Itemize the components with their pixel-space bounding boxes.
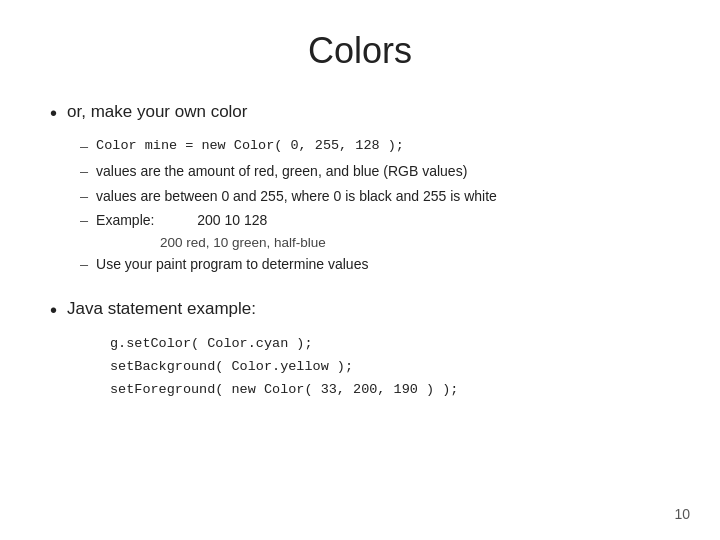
dash-4: – xyxy=(80,210,88,232)
bullet-2-label: Java statement example: xyxy=(67,297,256,321)
slide-container: Colors • or, make your own color – Color… xyxy=(0,0,720,540)
bullet-section-2: • Java statement example: g.setColor( Co… xyxy=(50,297,670,402)
indent-note-text: 200 red, 10 green, half-blue xyxy=(160,235,326,250)
code-line-2: setBackground( Color.yellow ); xyxy=(110,356,670,379)
bullet-section-1: • or, make your own color – Color mine =… xyxy=(50,100,670,279)
slide-title: Colors xyxy=(50,30,670,72)
bullet-item-2: • Java statement example: xyxy=(50,297,670,323)
sub-item-1-3-text: values are between 0 and 255, where 0 is… xyxy=(96,186,497,207)
bullet-dot-1: • xyxy=(50,100,57,126)
sub-item-1-2-text: values are the amount of red, green, and… xyxy=(96,161,467,182)
code-line-3: setForeground( new Color( 33, 200, 190 )… xyxy=(110,379,670,402)
sub-item-1-5: – Use your paint program to determine va… xyxy=(80,254,670,276)
sub-item-1-5-text: Use your paint program to determine valu… xyxy=(96,254,368,275)
page-number: 10 xyxy=(674,506,690,522)
sub-item-1-2: – values are the amount of red, green, a… xyxy=(80,161,670,183)
sub-item-1-4-text: Example: 200 10 128 xyxy=(96,210,267,231)
sub-item-1-1-text: Color mine = new Color( 0, 255, 128 ); xyxy=(96,136,404,156)
code-line-1: g.setColor( Color.cyan ); xyxy=(110,333,670,356)
bullet-1-label: or, make your own color xyxy=(67,100,247,124)
indent-note: 200 red, 10 green, half-blue xyxy=(160,235,670,250)
dash-1: – xyxy=(80,136,88,158)
sub-item-1-4: – Example: 200 10 128 xyxy=(80,210,670,232)
sub-item-1-1: – Color mine = new Color( 0, 255, 128 ); xyxy=(80,136,670,158)
dash-3: – xyxy=(80,186,88,208)
sub-items-1: – Color mine = new Color( 0, 255, 128 );… xyxy=(80,136,670,276)
code-block: g.setColor( Color.cyan ); setBackground(… xyxy=(110,333,670,402)
bullet-item-1: • or, make your own color xyxy=(50,100,670,126)
bullet-dot-2: • xyxy=(50,297,57,323)
dash-2: – xyxy=(80,161,88,183)
sub-item-1-3: – values are between 0 and 255, where 0 … xyxy=(80,186,670,208)
dash-5: – xyxy=(80,254,88,276)
